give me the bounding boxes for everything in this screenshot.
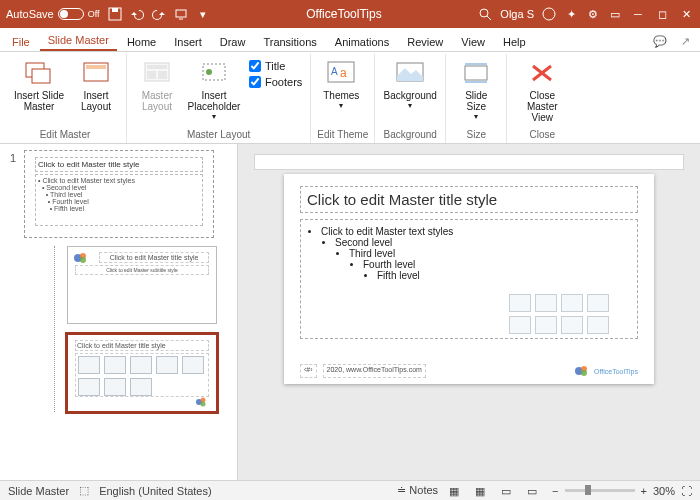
svg-rect-1 bbox=[112, 8, 118, 12]
3d-icon[interactable] bbox=[587, 294, 609, 312]
content-placeholder[interactable]: Click to edit Master text styles Second … bbox=[300, 219, 638, 339]
svg-rect-19 bbox=[465, 66, 487, 80]
footer-text-placeholder[interactable]: 2020, www.OfficeToolTips.com bbox=[323, 364, 426, 378]
officetips-logo-icon bbox=[574, 364, 592, 378]
group-label: Edit Master bbox=[10, 127, 120, 141]
svg-point-28 bbox=[581, 370, 587, 376]
search-icon[interactable] bbox=[478, 7, 492, 21]
picture-icon[interactable] bbox=[509, 316, 531, 334]
tab-slide-master[interactable]: Slide Master bbox=[40, 30, 117, 51]
master-layout-icon bbox=[142, 58, 172, 88]
title-checkbox[interactable]: Title bbox=[249, 60, 302, 72]
app-opts-icon[interactable]: ⚙ bbox=[586, 7, 600, 21]
background-icon bbox=[395, 58, 425, 88]
upgrade-icon[interactable]: ✦ bbox=[564, 7, 578, 21]
maximize-button[interactable]: ◻ bbox=[654, 7, 670, 21]
horizontal-ruler[interactable] bbox=[254, 154, 684, 170]
layout-icon bbox=[81, 58, 111, 88]
tab-insert[interactable]: Insert bbox=[166, 32, 210, 51]
svg-rect-6 bbox=[32, 69, 50, 83]
insert-layout-button[interactable]: Insert Layout bbox=[72, 56, 120, 114]
master-layout-button: Master Layout bbox=[133, 56, 181, 114]
ribbon-tabs: File Slide Master Home Insert Draw Trans… bbox=[0, 28, 700, 52]
tab-draw[interactable]: Draw bbox=[212, 32, 254, 51]
fit-window-icon[interactable]: ⛶ bbox=[681, 485, 692, 497]
master-thumbnail[interactable]: Click to edit Master title style • Click… bbox=[24, 150, 214, 238]
normal-view-icon[interactable]: ▦ bbox=[448, 484, 464, 498]
user-avatar-icon[interactable] bbox=[542, 7, 556, 21]
status-language[interactable]: English (United States) bbox=[99, 485, 212, 497]
thumbnail-pane[interactable]: 1 Click to edit Master title style • Cli… bbox=[0, 144, 238, 480]
svg-rect-11 bbox=[147, 71, 156, 79]
zoom-slider[interactable] bbox=[565, 489, 635, 492]
tab-help[interactable]: Help bbox=[495, 32, 534, 51]
user-name[interactable]: Olga S bbox=[500, 8, 534, 20]
tab-review[interactable]: Review bbox=[399, 32, 451, 51]
close-button[interactable]: ✕ bbox=[678, 7, 694, 21]
officetips-logo-icon bbox=[194, 396, 212, 408]
footers-checkbox[interactable]: Footers bbox=[249, 76, 302, 88]
display-opts-icon[interactable]: ▭ bbox=[608, 7, 622, 21]
comments-icon[interactable]: 💬 bbox=[647, 32, 673, 51]
tab-file[interactable]: File bbox=[4, 32, 38, 51]
svg-point-14 bbox=[206, 69, 212, 75]
master-number: 1 bbox=[10, 152, 16, 164]
svg-point-25 bbox=[201, 402, 206, 407]
svg-point-4 bbox=[543, 8, 555, 20]
tab-transitions[interactable]: Transitions bbox=[255, 32, 324, 51]
start-slideshow-icon[interactable] bbox=[174, 7, 188, 21]
slideshow-view-icon[interactable]: ▭ bbox=[526, 484, 542, 498]
footer-placeholders: ‹#› 2020, www.OfficeToolTips.com OfficeT… bbox=[300, 364, 638, 378]
tab-view[interactable]: View bbox=[453, 32, 493, 51]
content-type-icons[interactable] bbox=[509, 294, 629, 334]
zoom-control[interactable]: − + 30% ⛶ bbox=[552, 485, 692, 497]
svg-text:A: A bbox=[331, 66, 338, 77]
group-label: Size bbox=[452, 127, 500, 141]
zoom-level[interactable]: 30% bbox=[653, 485, 675, 497]
slide-master-icon bbox=[24, 58, 54, 88]
themes-button[interactable]: Aa Themes▾ bbox=[317, 56, 365, 112]
chart-icon[interactable] bbox=[535, 294, 557, 312]
layout-thumbnail-selected[interactable]: Click to edit Master title style bbox=[67, 334, 217, 412]
title-bar: AutoSave Off ▾ OfficeToolTips Olga S ✦ ⚙… bbox=[0, 0, 700, 28]
group-label: Background bbox=[381, 127, 439, 141]
slide-number-placeholder[interactable]: ‹#› bbox=[300, 364, 317, 378]
redo-icon[interactable] bbox=[152, 7, 166, 21]
zoom-out-icon[interactable]: − bbox=[552, 485, 558, 497]
zoom-in-icon[interactable]: + bbox=[641, 485, 647, 497]
table-icon[interactable] bbox=[509, 294, 531, 312]
smartart-icon[interactable] bbox=[561, 294, 583, 312]
icon-icon[interactable] bbox=[587, 316, 609, 334]
undo-icon[interactable] bbox=[130, 7, 144, 21]
online-pic-icon[interactable] bbox=[535, 316, 557, 334]
svg-rect-2 bbox=[176, 10, 186, 17]
autosave-toggle[interactable]: AutoSave Off bbox=[6, 8, 100, 20]
placeholder-icon bbox=[199, 58, 229, 88]
title-placeholder[interactable]: Click to edit Master title style bbox=[300, 186, 638, 213]
accessibility-icon[interactable]: ⬚ bbox=[79, 484, 89, 497]
insert-slide-master-button[interactable]: Insert Slide Master bbox=[10, 56, 68, 114]
save-icon[interactable] bbox=[108, 7, 122, 21]
minimize-button[interactable]: ─ bbox=[630, 7, 646, 21]
sorter-view-icon[interactable]: ▦ bbox=[474, 484, 490, 498]
close-master-view-button[interactable]: Close Master View bbox=[513, 56, 571, 125]
slide-size-button[interactable]: Slide Size▾ bbox=[452, 56, 500, 123]
notes-button[interactable]: ≐ Notes bbox=[397, 484, 438, 497]
svg-rect-8 bbox=[86, 65, 106, 69]
insert-placeholder-button[interactable]: Insert Placeholder▾ bbox=[185, 56, 243, 123]
background-button[interactable]: Background▾ bbox=[381, 56, 439, 112]
layout-thumbnail[interactable]: Click to edit Master title style Click t… bbox=[67, 246, 217, 324]
group-background: Background▾ Background bbox=[375, 54, 446, 143]
svg-rect-12 bbox=[158, 71, 167, 79]
group-label: Close bbox=[513, 127, 571, 141]
tab-animations[interactable]: Animations bbox=[327, 32, 397, 51]
slide-canvas[interactable]: Click to edit Master title style Click t… bbox=[284, 174, 654, 384]
themes-icon: Aa bbox=[326, 58, 356, 88]
group-master-layout: Master Layout Insert Placeholder▾ Title … bbox=[127, 54, 311, 143]
video-icon[interactable] bbox=[561, 316, 583, 334]
tab-home[interactable]: Home bbox=[119, 32, 164, 51]
qat-more-icon[interactable]: ▾ bbox=[196, 7, 210, 21]
share-icon[interactable]: ↗ bbox=[675, 32, 696, 51]
reading-view-icon[interactable]: ▭ bbox=[500, 484, 516, 498]
ribbon: Insert Slide Master Insert Layout Edit M… bbox=[0, 52, 700, 144]
